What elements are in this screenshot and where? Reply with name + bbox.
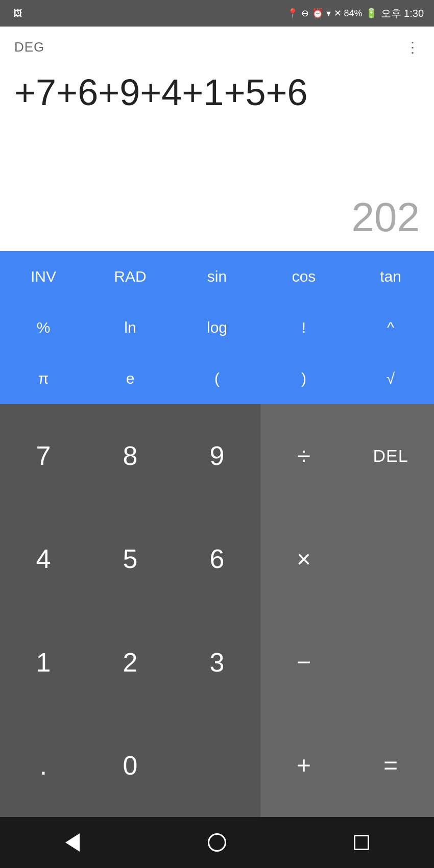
- divide-button[interactable]: ÷: [260, 404, 347, 507]
- one-button[interactable]: 1: [0, 611, 87, 714]
- sqrt-button[interactable]: √: [347, 353, 434, 404]
- four-button[interactable]: 4: [0, 507, 87, 610]
- six-button[interactable]: 6: [174, 507, 260, 610]
- row-0: . 0 + =: [0, 714, 434, 817]
- delete-button[interactable]: DEL: [347, 404, 434, 507]
- multiply-button[interactable]: ×: [260, 507, 347, 610]
- tan-button[interactable]: tan: [347, 251, 434, 302]
- rad-button[interactable]: RAD: [87, 251, 174, 302]
- row-123: 1 2 3 −: [0, 611, 434, 714]
- back-button[interactable]: [52, 822, 93, 863]
- expression-display: +7+6+9+4+1+5+6: [14, 72, 420, 113]
- cos-button[interactable]: cos: [260, 251, 347, 302]
- factorial-button[interactable]: !: [260, 302, 347, 353]
- percent-button[interactable]: %: [0, 302, 87, 353]
- equals-button[interactable]: =: [347, 714, 434, 817]
- five-button[interactable]: 5: [87, 507, 174, 610]
- zero-button[interactable]: 0: [87, 714, 174, 817]
- open-paren-button[interactable]: (: [174, 353, 260, 404]
- row-789: 7 8 9 ÷ DEL: [0, 404, 434, 507]
- home-icon: [208, 833, 226, 852]
- back-icon: [65, 833, 80, 852]
- close-paren-button[interactable]: ): [260, 353, 347, 404]
- menu-button[interactable]: ⋮: [405, 39, 420, 56]
- result-display: 202: [14, 194, 420, 241]
- add-button[interactable]: +: [260, 714, 347, 817]
- minus-circle-icon: ⊖: [301, 8, 309, 19]
- recent-button[interactable]: [341, 822, 382, 863]
- sin-button[interactable]: sin: [174, 251, 260, 302]
- numpad: 7 8 9 ÷ DEL 4 5 6 × 1 2 3 − . 0 + =: [0, 404, 434, 817]
- status-time: 오후 1:30: [381, 7, 424, 20]
- seven-button[interactable]: 7: [0, 404, 87, 507]
- row-456: 4 5 6 ×: [0, 507, 434, 610]
- recent-icon: [354, 835, 369, 850]
- eight-button[interactable]: 8: [87, 404, 174, 507]
- wifi-icon: ▾: [326, 8, 331, 19]
- image-icon: 🖼: [13, 8, 22, 19]
- battery-icon: 🔋: [366, 8, 377, 19]
- nine-button[interactable]: 9: [174, 404, 260, 507]
- euler-button[interactable]: e: [87, 353, 174, 404]
- empty-button: [347, 507, 434, 610]
- empty-button2: [347, 611, 434, 714]
- decimal-button[interactable]: .: [0, 714, 87, 817]
- power-button[interactable]: ^: [347, 302, 434, 353]
- nav-bar: [0, 817, 434, 868]
- two-button[interactable]: 2: [87, 611, 174, 714]
- scientific-panel: INV RAD sin cos tan % ln log ! ^ π e ( )…: [0, 251, 434, 404]
- inv-button[interactable]: INV: [0, 251, 87, 302]
- status-left: 🖼: [10, 8, 22, 19]
- pi-button[interactable]: π: [0, 353, 87, 404]
- alarm-icon: ⏰: [312, 8, 323, 19]
- location-icon: 📍: [287, 8, 298, 19]
- signal-icon: ✕: [334, 8, 342, 19]
- top-bar: DEG ⋮: [0, 27, 434, 67]
- log-button[interactable]: log: [174, 302, 260, 353]
- mode-label: DEG: [14, 39, 44, 55]
- empty-num: [174, 714, 260, 817]
- ln-button[interactable]: ln: [87, 302, 174, 353]
- display-area: +7+6+9+4+1+5+6 202: [0, 67, 434, 251]
- subtract-button[interactable]: −: [260, 611, 347, 714]
- status-bar: 🖼 📍 ⊖ ⏰ ▾ ✕ 84% 🔋 오후 1:30: [0, 0, 434, 27]
- home-button[interactable]: [197, 822, 237, 863]
- three-button[interactable]: 3: [174, 611, 260, 714]
- battery-percent: 84%: [344, 8, 362, 19]
